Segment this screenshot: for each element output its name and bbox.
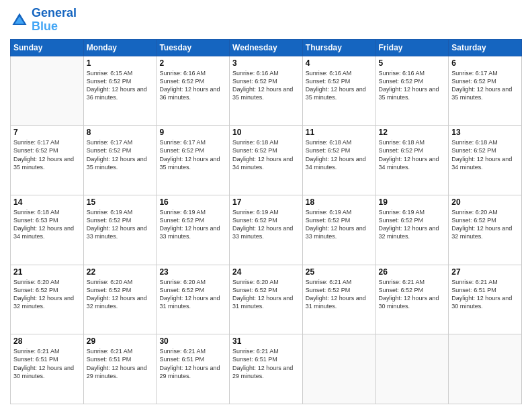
weekday-sunday: Sunday — [11, 39, 84, 56]
day-number: 26 — [379, 267, 446, 277]
day-cell: 13Sunrise: 6:18 AMSunset: 6:52 PMDayligh… — [449, 126, 522, 195]
day-info: Sunrise: 6:20 AMSunset: 6:52 PMDaylight:… — [87, 278, 154, 311]
calendar: SundayMondayTuesdayWednesdayThursdayFrid… — [10, 39, 522, 404]
day-info: Sunrise: 6:18 AMSunset: 6:52 PMDaylight:… — [232, 138, 300, 171]
day-cell: 18Sunrise: 6:19 AMSunset: 6:52 PMDayligh… — [302, 195, 375, 265]
page: GeneralBlue SundayMondayTuesdayWednesday… — [0, 0, 532, 411]
day-number: 6 — [451, 58, 519, 68]
day-info: Sunrise: 6:16 AMSunset: 6:52 PMDaylight:… — [232, 69, 300, 102]
day-cell: 27Sunrise: 6:21 AMSunset: 6:51 PMDayligh… — [449, 265, 522, 334]
day-cell: 21Sunrise: 6:20 AMSunset: 6:52 PMDayligh… — [11, 265, 84, 334]
day-number: 4 — [306, 58, 373, 68]
day-number: 25 — [306, 267, 373, 277]
day-cell — [375, 334, 449, 404]
day-info: Sunrise: 6:21 AMSunset: 6:51 PMDaylight:… — [87, 347, 154, 380]
day-info: Sunrise: 6:17 AMSunset: 6:52 PMDaylight:… — [159, 138, 226, 171]
day-number: 31 — [232, 336, 300, 346]
day-number: 16 — [159, 197, 226, 207]
day-cell: 7Sunrise: 6:17 AMSunset: 6:52 PMDaylight… — [11, 126, 84, 195]
day-info: Sunrise: 6:18 AMSunset: 6:52 PMDaylight:… — [451, 138, 519, 171]
day-info: Sunrise: 6:18 AMSunset: 6:53 PMDaylight:… — [13, 208, 81, 241]
day-info: Sunrise: 6:17 AMSunset: 6:52 PMDaylight:… — [87, 138, 154, 171]
day-info: Sunrise: 6:18 AMSunset: 6:52 PMDaylight:… — [379, 138, 446, 171]
weekday-saturday: Saturday — [449, 39, 522, 56]
day-info: Sunrise: 6:21 AMSunset: 6:51 PMDaylight:… — [232, 347, 300, 380]
day-cell: 31Sunrise: 6:21 AMSunset: 6:51 PMDayligh… — [230, 334, 303, 404]
day-number: 18 — [306, 197, 373, 207]
day-cell: 30Sunrise: 6:21 AMSunset: 6:51 PMDayligh… — [157, 334, 230, 404]
day-number: 14 — [13, 197, 81, 207]
logo-icon — [10, 11, 29, 30]
day-info: Sunrise: 6:19 AMSunset: 6:52 PMDaylight:… — [306, 208, 373, 241]
day-info: Sunrise: 6:17 AMSunset: 6:52 PMDaylight:… — [13, 138, 81, 171]
day-info: Sunrise: 6:21 AMSunset: 6:52 PMDaylight:… — [379, 278, 446, 311]
day-info: Sunrise: 6:16 AMSunset: 6:52 PMDaylight:… — [159, 69, 226, 102]
day-info: Sunrise: 6:16 AMSunset: 6:52 PMDaylight:… — [379, 69, 446, 102]
week-row-4: 28Sunrise: 6:21 AMSunset: 6:51 PMDayligh… — [11, 334, 522, 404]
week-row-3: 21Sunrise: 6:20 AMSunset: 6:52 PMDayligh… — [11, 265, 522, 334]
day-cell — [302, 334, 375, 404]
logo: GeneralBlue — [10, 7, 77, 34]
day-cell — [11, 56, 84, 126]
day-cell: 6Sunrise: 6:17 AMSunset: 6:52 PMDaylight… — [449, 56, 522, 126]
weekday-wednesday: Wednesday — [230, 39, 303, 56]
day-cell: 28Sunrise: 6:21 AMSunset: 6:51 PMDayligh… — [11, 334, 84, 404]
day-cell: 4Sunrise: 6:16 AMSunset: 6:52 PMDaylight… — [302, 56, 375, 126]
day-cell: 1Sunrise: 6:15 AMSunset: 6:52 PMDaylight… — [83, 56, 157, 126]
day-number: 8 — [87, 128, 154, 137]
day-number: 7 — [13, 128, 81, 137]
day-cell: 19Sunrise: 6:19 AMSunset: 6:52 PMDayligh… — [375, 195, 449, 265]
day-number: 5 — [379, 58, 446, 68]
day-info: Sunrise: 6:19 AMSunset: 6:52 PMDaylight:… — [232, 208, 300, 241]
day-number: 1 — [87, 58, 154, 68]
day-number: 27 — [451, 267, 519, 277]
day-number: 24 — [232, 267, 300, 277]
day-info: Sunrise: 6:21 AMSunset: 6:51 PMDaylight:… — [159, 347, 226, 380]
week-row-2: 14Sunrise: 6:18 AMSunset: 6:53 PMDayligh… — [11, 195, 522, 265]
day-info: Sunrise: 6:18 AMSunset: 6:52 PMDaylight:… — [306, 138, 373, 171]
week-row-0: 1Sunrise: 6:15 AMSunset: 6:52 PMDaylight… — [11, 56, 522, 126]
day-number: 23 — [159, 267, 226, 277]
day-number: 28 — [13, 336, 81, 346]
header: GeneralBlue — [10, 7, 522, 34]
day-info: Sunrise: 6:19 AMSunset: 6:52 PMDaylight:… — [159, 208, 226, 241]
day-cell: 16Sunrise: 6:19 AMSunset: 6:52 PMDayligh… — [157, 195, 230, 265]
day-cell: 11Sunrise: 6:18 AMSunset: 6:52 PMDayligh… — [302, 126, 375, 195]
day-cell: 26Sunrise: 6:21 AMSunset: 6:52 PMDayligh… — [375, 265, 449, 334]
day-cell: 10Sunrise: 6:18 AMSunset: 6:52 PMDayligh… — [230, 126, 303, 195]
day-number: 29 — [87, 336, 154, 346]
day-number: 30 — [159, 336, 226, 346]
day-cell: 5Sunrise: 6:16 AMSunset: 6:52 PMDaylight… — [375, 56, 449, 126]
day-info: Sunrise: 6:20 AMSunset: 6:52 PMDaylight:… — [13, 278, 81, 311]
day-info: Sunrise: 6:21 AMSunset: 6:52 PMDaylight:… — [306, 278, 373, 311]
day-cell: 24Sunrise: 6:20 AMSunset: 6:52 PMDayligh… — [230, 265, 303, 334]
day-info: Sunrise: 6:17 AMSunset: 6:52 PMDaylight:… — [451, 69, 519, 102]
day-cell: 22Sunrise: 6:20 AMSunset: 6:52 PMDayligh… — [83, 265, 157, 334]
day-cell: 3Sunrise: 6:16 AMSunset: 6:52 PMDaylight… — [230, 56, 303, 126]
day-number: 12 — [379, 128, 446, 137]
day-number: 19 — [379, 197, 446, 207]
day-info: Sunrise: 6:19 AMSunset: 6:52 PMDaylight:… — [379, 208, 446, 241]
logo-text: GeneralBlue — [32, 7, 77, 34]
day-cell: 9Sunrise: 6:17 AMSunset: 6:52 PMDaylight… — [157, 126, 230, 195]
day-cell — [449, 334, 522, 404]
day-cell: 8Sunrise: 6:17 AMSunset: 6:52 PMDaylight… — [83, 126, 157, 195]
day-info: Sunrise: 6:21 AMSunset: 6:51 PMDaylight:… — [13, 347, 81, 380]
day-info: Sunrise: 6:15 AMSunset: 6:52 PMDaylight:… — [87, 69, 154, 102]
day-number: 17 — [232, 197, 300, 207]
weekday-friday: Friday — [375, 39, 449, 56]
day-cell: 17Sunrise: 6:19 AMSunset: 6:52 PMDayligh… — [230, 195, 303, 265]
day-info: Sunrise: 6:20 AMSunset: 6:52 PMDaylight:… — [232, 278, 300, 311]
day-number: 3 — [232, 58, 300, 68]
day-number: 9 — [159, 128, 226, 137]
week-row-1: 7Sunrise: 6:17 AMSunset: 6:52 PMDaylight… — [11, 126, 522, 195]
weekday-monday: Monday — [83, 39, 157, 56]
day-number: 21 — [13, 267, 81, 277]
day-cell: 25Sunrise: 6:21 AMSunset: 6:52 PMDayligh… — [302, 265, 375, 334]
day-number: 15 — [87, 197, 154, 207]
day-cell: 20Sunrise: 6:20 AMSunset: 6:52 PMDayligh… — [449, 195, 522, 265]
day-cell: 29Sunrise: 6:21 AMSunset: 6:51 PMDayligh… — [83, 334, 157, 404]
weekday-tuesday: Tuesday — [157, 39, 230, 56]
day-info: Sunrise: 6:19 AMSunset: 6:52 PMDaylight:… — [87, 208, 154, 241]
day-number: 10 — [232, 128, 300, 137]
